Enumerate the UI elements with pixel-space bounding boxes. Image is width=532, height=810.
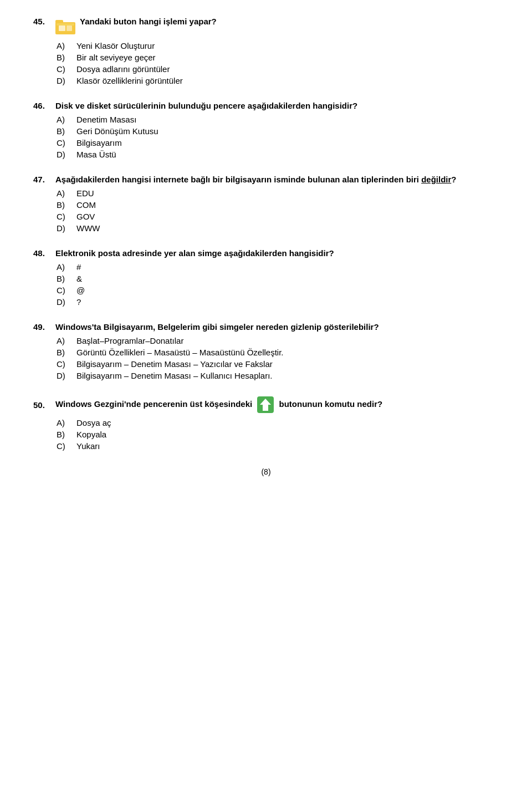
q48-text: Elektronik posta adresinde yer alan simg…	[55, 248, 499, 258]
q49-text: Windows'ta Bilgisayarım, Belgelerim gibi…	[55, 322, 499, 332]
q46-option-d: D) Masa Üstü	[57, 150, 499, 159]
q48-options: A) # B) & C) @ D) ?	[57, 262, 499, 307]
q49-option-b: B) Görüntü Özellikleri – Masaüstü – Masa…	[57, 348, 499, 357]
q47-option-c: C) GOV	[57, 212, 499, 221]
q50-number: 50.	[33, 400, 55, 410]
q47-options: A) EDU B) COM C) GOV D) WWW	[57, 189, 499, 233]
page-number: (8)	[261, 467, 270, 476]
q47-text: Aşağıdakilerden hangisi internete bağlı …	[55, 175, 499, 184]
q50-text: Windows Gezgini'nde pencerenin üst köşes…	[55, 396, 499, 414]
q47-option-b: B) COM	[57, 200, 499, 210]
q45-option-c: C) Dosya adlarını görüntüler	[57, 64, 499, 74]
q50-option-c: C) Yukarı	[57, 441, 499, 451]
q50-option-b: B) Kopyala	[57, 430, 499, 439]
q45-options: A) Yeni Klasör Oluşturur B) Bir alt sevi…	[57, 41, 499, 85]
question-50: 50. Windows Gezgini'nde pencerenin üst k…	[33, 396, 499, 451]
q46-option-b: B) Geri Dönüşüm Kutusu	[57, 126, 499, 136]
svg-rect-3	[59, 26, 65, 31]
q45-number: 45.	[33, 17, 55, 26]
q45-option-a: A) Yeni Klasör Oluşturur	[57, 41, 499, 50]
q49-option-c: C) Bilgisayarım – Denetim Masası – Yazıc…	[57, 359, 499, 369]
svg-rect-1	[55, 20, 63, 23]
q48-option-d: D) ?	[57, 297, 499, 307]
folder-icon	[55, 17, 75, 37]
svg-rect-4	[66, 26, 72, 31]
q48-option-a: A) #	[57, 262, 499, 272]
q47-option-a: A) EDU	[57, 189, 499, 198]
question-48: 48. Elektronik posta adresinde yer alan …	[33, 248, 499, 307]
q47-number: 47.	[33, 175, 55, 184]
q46-option-c: C) Bilgisayarım	[57, 138, 499, 147]
page-footer: (8)	[33, 467, 499, 476]
question-47: 47. Aşağıdakilerden hangisi internete ba…	[33, 175, 499, 233]
question-46: 46. Disk ve disket sürücülerinin bulundu…	[33, 101, 499, 159]
q48-number: 48.	[33, 248, 55, 258]
q47-underline: değildir	[421, 175, 451, 184]
q50-options: A) Dosya aç B) Kopyala C) Yukarı	[57, 418, 499, 451]
upload-icon	[257, 396, 274, 414]
q50-text-before: Windows Gezgini'nde pencerenin üst köşes…	[55, 399, 252, 409]
svg-rect-2	[57, 23, 74, 26]
q48-option-c: C) @	[57, 286, 499, 295]
q45-text: Yandaki buton hangi işlemi yapar?	[80, 17, 499, 26]
q50-text-after: butonunun komutu nedir?	[279, 399, 383, 409]
q49-number: 49.	[33, 322, 55, 332]
q46-option-a: A) Denetim Masası	[57, 115, 499, 124]
q49-option-d: D) Bilgisayarım – Denetim Masası – Kulla…	[57, 371, 499, 380]
q45-option-d: D) Klasör özelliklerini görüntüler	[57, 76, 499, 85]
q47-option-d: D) WWW	[57, 223, 499, 233]
q49-option-a: A) Başlat–Programlar–Donatılar	[57, 336, 499, 345]
q46-text: Disk ve disket sürücülerinin bulunduğu p…	[55, 101, 499, 110]
question-45: 45. Yandaki buton hangi işlemi yapar? A)…	[33, 17, 499, 85]
q49-options: A) Başlat–Programlar–Donatılar B) Görünt…	[57, 336, 499, 380]
q48-option-b: B) &	[57, 274, 499, 283]
q45-option-b: B) Bir alt seviyeye geçer	[57, 53, 499, 62]
q50-option-a: A) Dosya aç	[57, 418, 499, 427]
q46-number: 46.	[33, 101, 55, 110]
q46-options: A) Denetim Masası B) Geri Dönüşüm Kutusu…	[57, 115, 499, 159]
question-49: 49. Windows'ta Bilgisayarım, Belgelerim …	[33, 322, 499, 380]
